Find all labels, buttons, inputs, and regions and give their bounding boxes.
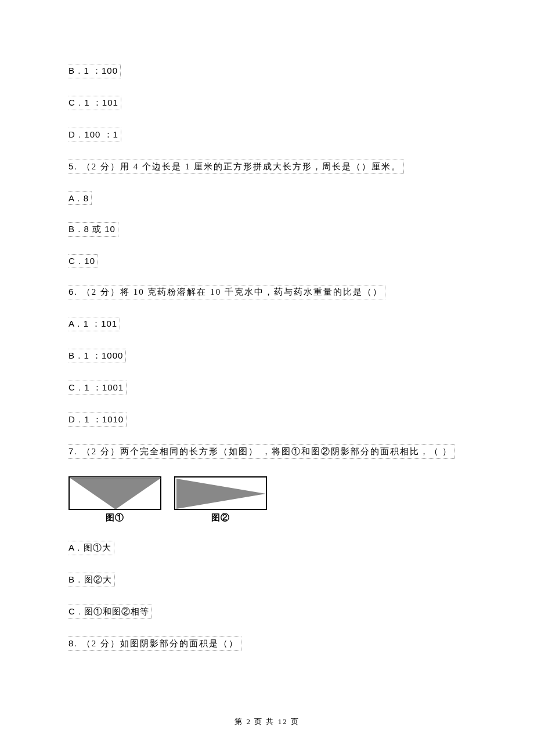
q5-option-a: A . 8 — [68, 191, 92, 205]
q6-option-a: A . 1 ：101 — [68, 317, 120, 331]
q6-option-d: D . 1 ：1010 — [68, 413, 127, 427]
q5-option-b: B . 8 或 10 — [68, 222, 118, 237]
q4-option-c: C . 1 ：101 — [68, 96, 121, 110]
q4-option-b: B . 1 ：100 — [68, 64, 121, 78]
figure-1-label: 图① — [106, 512, 124, 523]
q6-option-c: C . 1 ：1001 — [68, 381, 127, 395]
shaded-triangle-2-icon — [176, 479, 266, 509]
q7-option-c: C . 图①和图②相等 — [68, 605, 152, 619]
q7-option-a: A . 图①大 — [68, 541, 114, 555]
rectangle-2-icon — [174, 476, 267, 510]
q8-stem: 8. （2 分）如图阴影部分的面积是（ ） — [68, 636, 241, 651]
q6-option-b: B . 1 ：1000 — [68, 349, 126, 363]
page-footer: 第 2 页 共 12 页 — [0, 717, 534, 727]
rectangle-1-icon — [68, 476, 161, 510]
q7-figure-2: 图② — [174, 476, 267, 523]
q5-option-c: C . 10 — [68, 254, 98, 267]
q7-figure-1: 图① — [68, 476, 161, 523]
q6-stem: 6. （2 分）将 10 克药粉溶解在 10 千克水中，药与药水重量的比是（ ） — [68, 285, 385, 299]
q5-stem: 5. （2 分）用 4 个边长是 1 厘米的正方形拼成大长方形，周长是（ ）厘米… — [68, 160, 404, 174]
shaded-triangle-1-icon — [70, 478, 161, 509]
q7-stem: 7. （2 分）两个完全相同的长方形（如图） ，将图①和图②阴影部分的面积相比，… — [68, 444, 455, 459]
q7-option-b: B . 图②大 — [68, 573, 115, 587]
q4-option-d: D . 100 ：1 — [68, 128, 121, 142]
figure-2-label: 图② — [211, 512, 230, 523]
q7-figures: 图① 图② — [68, 476, 466, 523]
